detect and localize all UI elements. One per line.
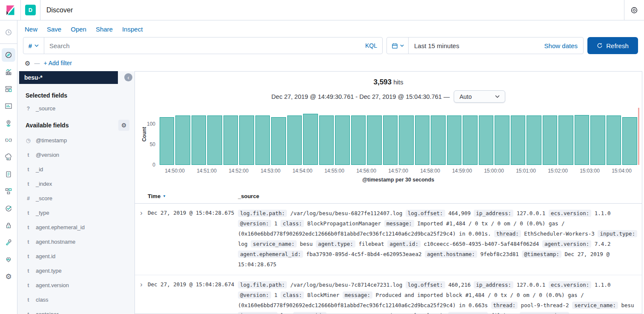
recently-viewed-button[interactable] (1, 25, 16, 40)
histogram-bar[interactable] (511, 115, 526, 165)
histogram-bar[interactable] (527, 115, 541, 165)
histogram-bar[interactable] (590, 115, 605, 165)
time-column-header[interactable]: Time ▼ (148, 193, 238, 199)
histogram-bar[interactable] (239, 115, 254, 165)
histogram-bar[interactable] (271, 117, 286, 165)
date-quick-select-button[interactable] (387, 37, 409, 54)
histogram-bar[interactable] (303, 114, 318, 165)
field-item-score[interactable]: #_score (26, 195, 129, 202)
kibana-logo[interactable] (0, 5, 20, 16)
field-item-agentversion[interactable]: tagent.version (26, 282, 129, 288)
histogram-bar[interactable] (319, 115, 334, 165)
field-item-timestamp[interactable]: ◷@timestamp (26, 137, 129, 144)
histogram-bar[interactable] (558, 115, 573, 165)
kql-language-button[interactable]: KQL (365, 42, 382, 49)
expand-document-button[interactable]: › (135, 208, 148, 270)
help-button[interactable] (624, 6, 644, 14)
histogram-bar[interactable] (495, 115, 509, 165)
visualize-icon (5, 68, 12, 76)
menu-open[interactable]: Open (71, 26, 86, 33)
field-item-agenttype[interactable]: tagent.type (26, 268, 129, 274)
field-key-badge: agent.version: (542, 240, 591, 248)
histogram-bar[interactable] (192, 115, 206, 165)
histogram-bar[interactable] (463, 115, 478, 165)
field-key-badge: service_name: (251, 240, 297, 248)
field-settings-button[interactable]: ⚙ (118, 120, 129, 131)
histogram-bar[interactable] (255, 115, 270, 165)
nav-dashboard[interactable] (1, 81, 16, 98)
field-item-id[interactable]: t_id (26, 166, 129, 173)
menu-save[interactable]: Save (47, 26, 61, 33)
query-language-dropdown[interactable]: # (23, 37, 44, 54)
nav-metrics[interactable] (1, 183, 16, 200)
interval-select[interactable]: Auto (454, 90, 505, 103)
histogram-bar[interactable] (335, 115, 350, 165)
histogram-bar[interactable] (383, 115, 398, 165)
time-range-value[interactable]: Last 15 minutes (409, 42, 544, 49)
document-row: ›Dec 27, 2019 @ 15:04:28.674log.file.pat… (135, 275, 642, 314)
nav-dev-tools[interactable] (1, 234, 16, 251)
histogram-bar[interactable] (431, 115, 446, 165)
field-item-container[interactable]: tcontainer (26, 311, 129, 314)
add-filter-button[interactable]: + Add filter (43, 60, 72, 66)
histogram-plot[interactable]: 050100 (159, 112, 638, 165)
field-item-agentephemeralid[interactable]: tagent.ephemeral_id (26, 224, 129, 230)
histogram-bar[interactable] (160, 117, 175, 165)
expand-document-button[interactable]: › (135, 280, 148, 314)
nav-canvas[interactable] (1, 98, 16, 115)
menu-inspect[interactable]: Inspect (122, 26, 143, 33)
selected-fields-list: ?_source (26, 105, 129, 112)
chevron-down-icon (495, 95, 500, 98)
refresh-button[interactable]: Refresh (587, 37, 638, 54)
histogram-bar[interactable] (622, 117, 637, 165)
filter-options-gear-icon[interactable]: ⚙ (25, 60, 30, 66)
histogram-bar[interactable] (207, 115, 222, 165)
histogram-bar[interactable] (415, 115, 430, 165)
collapse-sidebar-button[interactable]: ‹ (124, 73, 132, 81)
nav-apm[interactable] (1, 149, 16, 166)
field-item-agenthostname[interactable]: tagent.hostname (26, 239, 129, 245)
x-axis-tick-labels: 14:50:0014:51:0014:52:0014:53:0014:54:00… (159, 168, 638, 175)
histogram-bar[interactable] (223, 115, 238, 165)
histogram-bar[interactable] (175, 115, 190, 165)
field-key-badge: agent.id: (387, 240, 421, 248)
field-item-class[interactable]: tclass (26, 297, 129, 303)
nav-management[interactable]: ⚙ (1, 268, 16, 285)
nav-stack-monitoring[interactable] (1, 251, 16, 268)
histogram-bar[interactable] (543, 115, 558, 165)
nav-siem[interactable] (1, 217, 16, 234)
results-panel: 3,593 hits Dec 27, 2019 @ 14:49:30.761 -… (135, 71, 642, 314)
nav-discover[interactable] (1, 46, 16, 63)
histogram-bar[interactable] (287, 115, 302, 165)
menu-new[interactable]: New (25, 26, 37, 33)
histogram-bar[interactable] (479, 115, 494, 165)
field-key-badge: @version: (238, 291, 271, 299)
header-divider (20, 0, 21, 20)
app-badge[interactable]: D (25, 5, 36, 15)
index-pattern-selector[interactable]: besu-* (19, 71, 118, 84)
nav-maps[interactable] (1, 115, 16, 132)
histogram-bar[interactable] (351, 115, 366, 165)
field-item-agentid[interactable]: tagent.id (26, 253, 129, 259)
histogram-bar[interactable] (575, 115, 590, 165)
menu-share[interactable]: Share (96, 26, 113, 33)
y-axis-tick-label: 0 (143, 162, 155, 168)
field-item-index[interactable]: t_index (26, 181, 129, 187)
search-input[interactable] (44, 42, 365, 49)
histogram-bar[interactable] (399, 115, 414, 165)
x-axis-tick-label: 15:04:00 (612, 168, 632, 174)
nav-visualize[interactable] (1, 63, 16, 81)
field-key-badge: thread: (494, 230, 521, 237)
field-key-badge: agent.id: (293, 312, 326, 314)
histogram-bar[interactable] (367, 115, 382, 165)
nav-uptime[interactable] (1, 200, 16, 217)
field-item-type[interactable]: t_type (26, 210, 129, 216)
nav-logs[interactable] (1, 166, 16, 183)
histogram-bar[interactable] (447, 115, 462, 165)
field-item-source[interactable]: ?_source (26, 105, 129, 112)
field-item-version[interactable]: t@version (26, 152, 129, 158)
histogram-bar[interactable] (607, 115, 621, 165)
show-dates-button[interactable]: Show dates (544, 42, 583, 49)
search-box: # KQL (23, 37, 383, 54)
nav-machine-learning[interactable] (1, 132, 16, 149)
